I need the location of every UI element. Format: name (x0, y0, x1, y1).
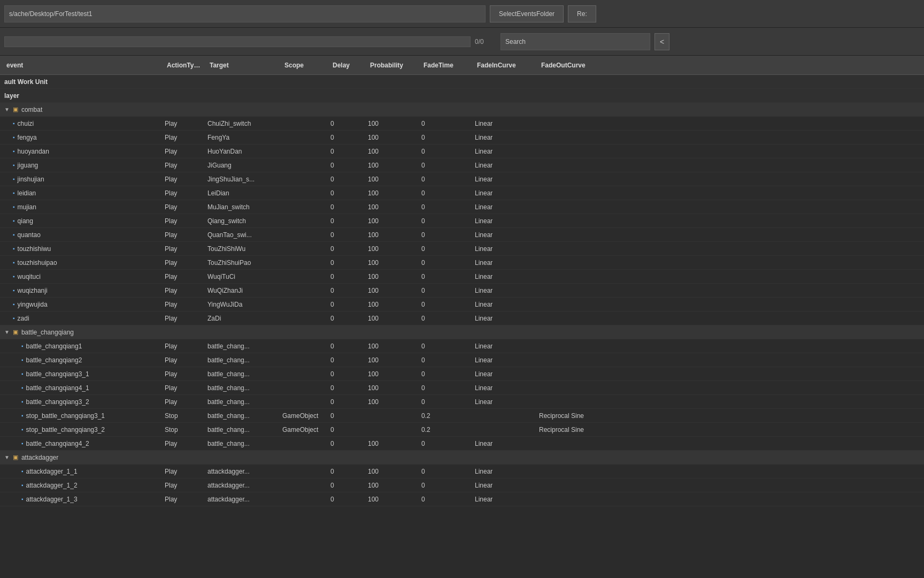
fadeincurve-cell: Linear (471, 398, 535, 406)
table-row[interactable]: ▪ battle_changqiang2 Play battle_chang..… (0, 353, 924, 367)
table-row[interactable]: ▪ zadi Play ZaDi 0 100 0 Linear (0, 311, 924, 325)
table-row[interactable]: ▪ stop_battle_changqiang3_1 Stop battle_… (0, 409, 924, 423)
path-input[interactable] (4, 5, 486, 22)
refresh-button[interactable]: Re: (568, 5, 596, 22)
target-cell: JiGuang (203, 162, 278, 169)
table-row[interactable]: ▪ wuqizhanji Play WuQiZhanJi 0 100 0 Lin… (0, 284, 924, 298)
target-cell: TouZhiShuiPao (203, 259, 278, 267)
table-row[interactable]: ▪ jiguang Play JiGuang 0 100 0 Linear (0, 158, 924, 172)
table-row[interactable]: ▪ battle_changqiang3_1 Play battle_chang… (0, 367, 924, 381)
target-cell: QuanTao_swi... (203, 231, 278, 239)
table-row[interactable]: ▪ battle_changqiang4_1 Play battle_chang… (0, 381, 924, 395)
progress-bar (4, 36, 471, 47)
target-cell: battle_chang... (203, 356, 278, 364)
actiontype-cell: Stop (160, 412, 203, 420)
probability-cell: 100 (364, 189, 417, 197)
table-row[interactable]: ▪ battle_changqiang3_2 Play battle_chang… (0, 395, 924, 409)
table-row[interactable]: ▼ ▣ battle_changqiang (0, 325, 924, 339)
delay-cell: 0 (326, 440, 364, 447)
probability-cell: 100 (364, 370, 417, 378)
leaf-icon: ▪ (13, 148, 15, 154)
table-row[interactable]: ault Work Unit (0, 75, 924, 89)
leaf-icon: ▪ (21, 413, 24, 419)
col-header-delay: Delay (328, 62, 366, 69)
target-cell: ChuiZhi_switch (203, 120, 278, 127)
leaf-label: chuizi (18, 120, 34, 127)
leaf-icon: ▪ (21, 468, 24, 474)
table-row[interactable]: ▪ attackdagger_1_1 Play attackdagger... … (0, 465, 924, 478)
fadetime-cell: 0 (417, 120, 471, 127)
leaf-label: fengya (18, 134, 37, 141)
table-row[interactable]: ▪ attackdagger_1_3 Play attackdagger... … (0, 492, 924, 506)
probability-cell: 100 (364, 162, 417, 169)
delay-cell: 0 (326, 231, 364, 239)
table-row[interactable]: ▪ leidian Play LeiDian 0 100 0 Linear (0, 186, 924, 200)
fadeincurve-cell: Linear (471, 384, 535, 392)
leaf-icon: ▪ (13, 204, 15, 210)
probability-cell: 100 (364, 148, 417, 155)
fadetime-cell: 0 (417, 482, 471, 489)
delay-cell: 0 (326, 496, 364, 503)
chevron-icon: ▼ (4, 107, 10, 112)
search-input[interactable] (500, 33, 650, 50)
delay-cell: 0 (326, 120, 364, 127)
actiontype-cell: Play (160, 217, 203, 225)
leaf-label: mujian (18, 203, 36, 211)
target-cell: JingShuJian_s... (203, 176, 278, 183)
leaf-icon: ▪ (13, 232, 15, 238)
delay-cell: 0 (326, 148, 364, 155)
probability-cell: 100 (364, 217, 417, 225)
fadeincurve-cell: Linear (471, 440, 535, 447)
prev-button[interactable]: < (654, 33, 669, 50)
fadetime-cell: 0 (417, 287, 471, 294)
table-row[interactable]: ▪ touzhishiwu Play TouZhiShiWu 0 100 0 L… (0, 242, 924, 256)
leaf-icon: ▪ (21, 482, 24, 488)
col-header-target: Target (205, 62, 280, 69)
fadetime-cell: 0 (417, 189, 471, 197)
table-row[interactable]: ▪ qiang Play Qiang_switch 0 100 0 Linear (0, 214, 924, 228)
target-cell: battle_chang... (203, 370, 278, 378)
table-row[interactable]: ▪ huoyandan Play HuoYanDan 0 100 0 Linea… (0, 144, 924, 158)
delay-cell: 0 (326, 217, 364, 225)
table-row[interactable]: ▼ ▣ attackdagger (0, 451, 924, 465)
fadeoutcurve-cell: Reciprocal Sine (535, 426, 610, 434)
actiontype-cell: Play (160, 120, 203, 127)
leaf-icon: ▪ (13, 301, 15, 307)
actiontype-cell: Play (160, 384, 203, 392)
col-header-scope: Scope (280, 62, 328, 69)
folder-icon: ▣ (13, 106, 18, 113)
table-row[interactable]: ▪ chuizi Play ChuiZhi_switch 0 100 0 Lin… (0, 117, 924, 131)
table-row[interactable]: ▪ battle_changqiang1 Play battle_chang..… (0, 339, 924, 353)
select-folder-button[interactable]: SelectEventsFolder (490, 5, 564, 22)
target-cell: battle_chang... (203, 384, 278, 392)
folder-icon: ▣ (13, 454, 18, 461)
fadetime-cell: 0 (417, 384, 471, 392)
table-row[interactable]: ▼ ▣ combat (0, 103, 924, 117)
table-row[interactable]: ▪ attackdagger_1_2 Play attackdagger... … (0, 478, 924, 492)
table-row[interactable]: layer (0, 89, 924, 103)
table-body: ault Work Unit layer ▼ ▣ (0, 75, 924, 578)
delay-cell: 0 (326, 245, 364, 253)
table-row[interactable]: ▪ yingwujida Play YingWuJiDa 0 100 0 Lin… (0, 298, 924, 311)
table-row[interactable]: ▪ jinshujian Play JingShuJian_s... 0 100… (0, 172, 924, 186)
fadetime-cell: 0.2 (417, 426, 471, 434)
leaf-icon: ▪ (13, 287, 15, 293)
table-row[interactable]: ▪ mujian Play MuJian_switch 0 100 0 Line… (0, 200, 924, 214)
col-header-fadeoutcurve: FadeOutCurve (537, 62, 612, 69)
table-row[interactable]: ▪ wuqituci Play WuqiTuCi 0 100 0 Linear (0, 270, 924, 284)
target-cell: attackdagger... (203, 468, 278, 475)
table-row[interactable]: ▪ battle_changqiang4_2 Play battle_chang… (0, 437, 924, 451)
actiontype-cell: Play (160, 287, 203, 294)
delay-cell: 0 (326, 398, 364, 406)
table-row[interactable]: ▪ quantao Play QuanTao_swi... 0 100 0 Li… (0, 228, 924, 242)
table-row[interactable]: ▪ touzhishuipao Play TouZhiShuiPao 0 100… (0, 256, 924, 270)
table-row[interactable]: ▪ stop_battle_changqiang3_2 Stop battle_… (0, 423, 924, 437)
probability-cell: 100 (364, 287, 417, 294)
probability-cell: 100 (364, 398, 417, 406)
leaf-label: stop_battle_changqiang3_1 (26, 412, 105, 420)
col-header-fadeincurve: FadeInCurve (473, 62, 537, 69)
table-row[interactable]: ▪ fengya Play FengYa 0 100 0 Linear (0, 131, 924, 144)
leaf-label: quantao (18, 231, 41, 239)
leaf-label: battle_changqiang3_2 (26, 398, 89, 406)
target-cell: HuoYanDan (203, 148, 278, 155)
